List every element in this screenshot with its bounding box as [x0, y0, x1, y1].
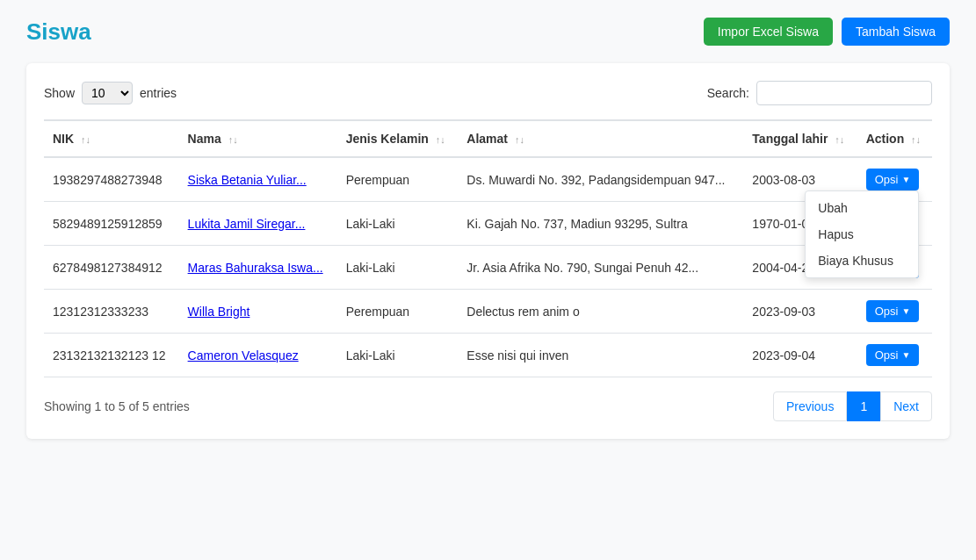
- table-body: 1938297488273948Siska Betania Yuliar...P…: [44, 157, 932, 377]
- table-head: NIK ↑↓ Nama ↑↓ Jenis Kelamin ↑↓ Alamat ↑…: [44, 120, 932, 157]
- cell-nama: Lukita Jamil Siregar...: [179, 202, 337, 246]
- cell-action: Opsi ▼UbahHapusBiaya Khusus: [857, 290, 932, 334]
- table-row: 6278498127384912Maras Bahuraksa Iswa...L…: [44, 246, 932, 290]
- search-input[interactable]: [756, 81, 932, 105]
- jk-sort-icon[interactable]: ↑↓: [436, 134, 445, 145]
- opsi-button[interactable]: Opsi ▼: [866, 300, 920, 322]
- cell-jenis-kelamin: Laki-Laki: [337, 246, 459, 290]
- cell-nik: 5829489125912859: [44, 202, 179, 246]
- col-alamat: Alamat ↑↓: [458, 120, 743, 157]
- main-card: Show 102550100 entries Search: NIK ↑↓ Na…: [26, 63, 950, 439]
- cell-nik: 6278498127384912: [44, 246, 179, 290]
- table-controls: Show 102550100 entries Search:: [44, 81, 932, 105]
- dropdown-item-hapus[interactable]: Hapus: [806, 221, 918, 248]
- cell-alamat: Delectus rem anim o: [458, 290, 743, 334]
- cell-nama: Cameron Velasquez: [179, 334, 337, 377]
- dropdown-wrapper: Opsi ▼UbahHapusBiaya Khusus: [866, 344, 920, 366]
- import-excel-button[interactable]: Impor Excel Siswa: [704, 18, 833, 46]
- table-footer: Showing 1 to 5 of 5 entries Previous 1 N…: [44, 391, 932, 421]
- caret-icon: ▼: [901, 175, 910, 184]
- dropdown-item-ubah[interactable]: Ubah: [806, 195, 918, 221]
- next-button[interactable]: Next: [880, 391, 932, 421]
- cell-tanggal-lahir: 2023-09-04: [743, 334, 857, 377]
- dropdown-wrapper: Opsi ▼UbahHapusBiaya Khusus: [866, 169, 920, 190]
- opsi-button[interactable]: Opsi ▼: [866, 169, 920, 190]
- cell-jenis-kelamin: Laki-Laki: [337, 202, 459, 246]
- table-row: 1938297488273948Siska Betania Yuliar...P…: [44, 157, 932, 202]
- cell-tanggal-lahir: 2023-09-03: [743, 290, 857, 334]
- table-header-row: NIK ↑↓ Nama ↑↓ Jenis Kelamin ↑↓ Alamat ↑…: [44, 120, 932, 157]
- page-header: Siswa Impor Excel Siswa Tambah Siswa: [26, 18, 950, 46]
- cell-action: Opsi ▼UbahHapusBiaya Khusus: [857, 157, 932, 202]
- show-entries: Show 102550100 entries: [44, 82, 177, 104]
- previous-button[interactable]: Previous: [773, 391, 847, 421]
- page-title: Siswa: [26, 18, 91, 46]
- action-sort-icon[interactable]: ↑↓: [911, 134, 921, 145]
- col-jenis-kelamin: Jenis Kelamin ↑↓: [337, 120, 459, 157]
- student-name-link[interactable]: Cameron Velasquez: [188, 348, 299, 363]
- table-row: 12312312333233Willa BrightPerempuanDelec…: [44, 290, 932, 334]
- cell-jenis-kelamin: Perempuan: [337, 290, 459, 334]
- dropdown-wrapper: Opsi ▼UbahHapusBiaya Khusus: [866, 300, 920, 322]
- search-label: Search:: [707, 86, 749, 100]
- cell-nama: Maras Bahuraksa Iswa...: [179, 246, 337, 290]
- cell-action: Opsi ▼UbahHapusBiaya Khusus: [857, 334, 932, 377]
- showing-text: Showing 1 to 5 of 5 entries: [44, 399, 190, 413]
- caret-icon: ▼: [901, 306, 910, 316]
- students-table: NIK ↑↓ Nama ↑↓ Jenis Kelamin ↑↓ Alamat ↑…: [44, 119, 932, 377]
- nik-sort-icon[interactable]: ↑↓: [81, 134, 90, 145]
- cell-nik: 23132132132123 12: [44, 334, 179, 377]
- tgl-sort-icon[interactable]: ↑↓: [835, 134, 844, 145]
- col-action: Action ↑↓: [857, 120, 932, 157]
- cell-alamat: Ki. Gajah No. 737, Madiun 93295, Sultra: [458, 202, 743, 246]
- cell-nik: 1938297488273948: [44, 157, 179, 202]
- student-name-link[interactable]: Lukita Jamil Siregar...: [188, 217, 306, 231]
- nama-sort-icon[interactable]: ↑↓: [228, 134, 238, 145]
- header-buttons: Impor Excel Siswa Tambah Siswa: [704, 18, 950, 46]
- search-box: Search:: [707, 81, 932, 105]
- dropdown-item-biaya-khusus[interactable]: Biaya Khusus: [806, 248, 918, 274]
- table-row: 23132132132123 12Cameron VelasquezLaki-L…: [44, 334, 932, 377]
- student-name-link[interactable]: Siska Betania Yuliar...: [188, 173, 307, 187]
- cell-nik: 12312312333233: [44, 290, 179, 334]
- alamat-sort-icon[interactable]: ↑↓: [515, 134, 524, 145]
- cell-jenis-kelamin: Perempuan: [337, 157, 459, 202]
- cell-alamat: Ds. Muwardi No. 392, Padangsidempuan 947…: [458, 157, 743, 202]
- col-nik: NIK ↑↓: [44, 120, 179, 157]
- student-name-link[interactable]: Maras Bahuraksa Iswa...: [188, 261, 323, 275]
- table-row: 5829489125912859Lukita Jamil Siregar...L…: [44, 202, 932, 246]
- entries-select[interactable]: 102550100: [82, 82, 133, 104]
- cell-nama: Willa Bright: [179, 290, 337, 334]
- student-name-link[interactable]: Willa Bright: [188, 305, 250, 319]
- tambah-siswa-button[interactable]: Tambah Siswa: [842, 18, 950, 46]
- pagination: Previous 1 Next: [773, 391, 932, 421]
- col-tanggal-lahir: Tanggal lahir ↑↓: [743, 120, 857, 157]
- entries-label: entries: [140, 86, 177, 100]
- cell-jenis-kelamin: Laki-Laki: [337, 334, 459, 377]
- opsi-button[interactable]: Opsi ▼: [866, 344, 920, 366]
- dropdown-menu: UbahHapusBiaya Khusus: [805, 190, 919, 278]
- cell-alamat: Jr. Asia Afrika No. 790, Sungai Penuh 42…: [458, 246, 743, 290]
- show-label: Show: [44, 86, 75, 100]
- cell-nama: Siska Betania Yuliar...: [179, 157, 337, 202]
- caret-icon: ▼: [901, 350, 910, 360]
- page-1-button[interactable]: 1: [847, 391, 880, 421]
- cell-alamat: Esse nisi qui inven: [458, 334, 743, 377]
- col-nama: Nama ↑↓: [179, 120, 337, 157]
